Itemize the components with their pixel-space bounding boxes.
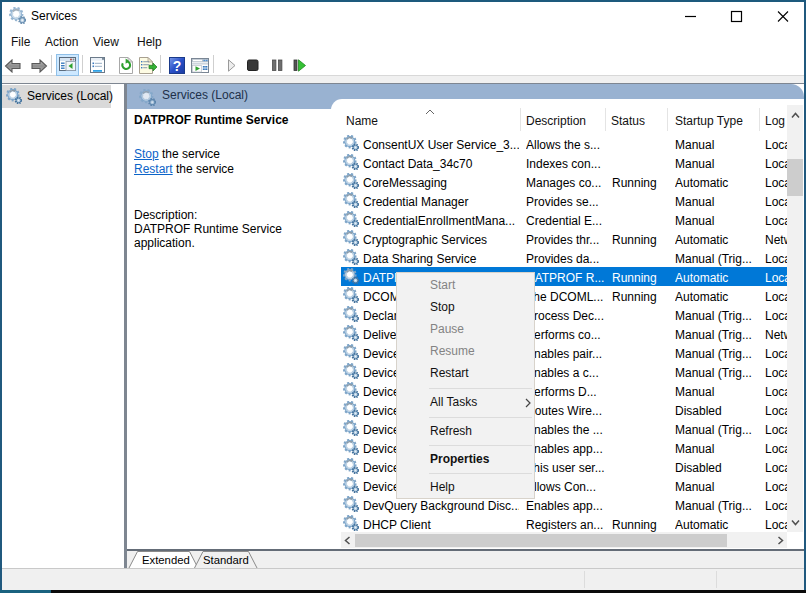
svg-text:?: ? (173, 58, 182, 74)
svg-text:Standard: Standard (203, 554, 249, 566)
svg-text:Extended: Extended (142, 554, 190, 566)
